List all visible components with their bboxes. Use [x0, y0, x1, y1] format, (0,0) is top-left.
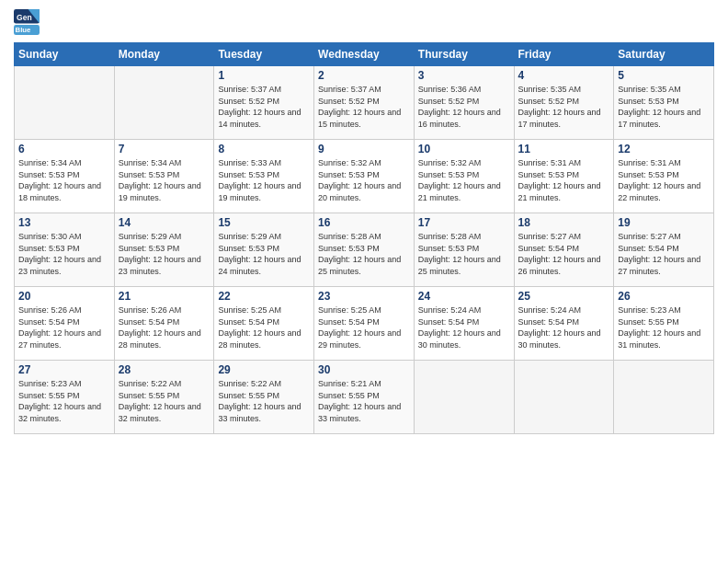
day-number: 25	[518, 290, 610, 303]
day-number: 27	[18, 363, 110, 376]
sunset-text: Sunset: 5:53 PM	[119, 169, 210, 181]
calendar-cell: 2Sunrise: 5:37 AMSunset: 5:52 PMDaylight…	[314, 66, 415, 140]
calendar-cell: 25Sunrise: 5:24 AMSunset: 5:54 PMDayligh…	[514, 287, 614, 361]
day-number: 14	[119, 216, 210, 229]
page-header: Gen Blue	[14, 9, 714, 35]
calendar-week-4: 20Sunrise: 5:26 AMSunset: 5:54 PMDayligh…	[15, 287, 714, 361]
day-number: 26	[618, 290, 710, 303]
day-number: 18	[518, 216, 610, 229]
daylight-text: Daylight: 12 hours and 28 minutes.	[218, 327, 310, 350]
day-info: Sunrise: 5:22 AMSunset: 5:55 PMDaylight:…	[119, 378, 210, 424]
calendar-cell	[514, 361, 614, 434]
sunrise-text: Sunrise: 5:36 AM	[418, 84, 510, 96]
calendar-cell: 14Sunrise: 5:29 AMSunset: 5:53 PMDayligh…	[114, 213, 214, 287]
sunrise-text: Sunrise: 5:25 AM	[318, 304, 410, 316]
daylight-text: Daylight: 12 hours and 15 minutes.	[318, 107, 410, 130]
day-info: Sunrise: 5:37 AMSunset: 5:52 PMDaylight:…	[318, 84, 410, 130]
calendar-cell: 7Sunrise: 5:34 AMSunset: 5:53 PMDaylight…	[114, 140, 214, 213]
sunrise-text: Sunrise: 5:22 AM	[119, 378, 210, 390]
calendar-table: SundayMondayTuesdayWednesdayThursdayFrid…	[14, 42, 714, 434]
day-number: 11	[518, 143, 610, 155]
daylight-text: Daylight: 12 hours and 25 minutes.	[418, 254, 510, 277]
day-info: Sunrise: 5:29 AMSunset: 5:53 PMDaylight:…	[119, 231, 210, 277]
sunset-text: Sunset: 5:52 PM	[218, 96, 310, 108]
sunset-text: Sunset: 5:53 PM	[618, 169, 710, 181]
sunrise-text: Sunrise: 5:30 AM	[18, 231, 110, 243]
sunrise-text: Sunrise: 5:24 AM	[418, 304, 510, 316]
sunrise-text: Sunrise: 5:23 AM	[618, 304, 710, 316]
day-info: Sunrise: 5:31 AMSunset: 5:53 PMDaylight:…	[618, 157, 710, 203]
day-info: Sunrise: 5:23 AMSunset: 5:55 PMDaylight:…	[618, 304, 710, 350]
calendar-cell	[414, 361, 514, 434]
calendar-cell: 27Sunrise: 5:23 AMSunset: 5:55 PMDayligh…	[15, 361, 115, 434]
day-info: Sunrise: 5:32 AMSunset: 5:53 PMDaylight:…	[318, 157, 410, 203]
calendar-cell: 3Sunrise: 5:36 AMSunset: 5:52 PMDaylight…	[414, 66, 514, 140]
daylight-text: Daylight: 12 hours and 26 minutes.	[518, 254, 610, 277]
calendar-header-row: SundayMondayTuesdayWednesdayThursdayFrid…	[15, 43, 714, 66]
day-info: Sunrise: 5:26 AMSunset: 5:54 PMDaylight:…	[18, 304, 110, 350]
day-info: Sunrise: 5:27 AMSunset: 5:54 PMDaylight:…	[518, 231, 610, 277]
sunrise-text: Sunrise: 5:29 AM	[119, 231, 210, 243]
day-number: 30	[318, 363, 410, 376]
sunrise-text: Sunrise: 5:31 AM	[618, 157, 710, 169]
sunrise-text: Sunrise: 5:37 AM	[218, 84, 310, 96]
day-number: 28	[119, 363, 210, 376]
day-number: 12	[618, 143, 710, 155]
day-number: 20	[18, 290, 110, 303]
sunset-text: Sunset: 5:52 PM	[418, 96, 510, 108]
sunset-text: Sunset: 5:54 PM	[618, 243, 710, 255]
header-monday: Monday	[114, 43, 214, 66]
day-number: 8	[218, 143, 310, 155]
daylight-text: Daylight: 12 hours and 23 minutes.	[18, 254, 110, 277]
day-info: Sunrise: 5:35 AMSunset: 5:52 PMDaylight:…	[518, 84, 610, 130]
sunset-text: Sunset: 5:54 PM	[318, 316, 410, 328]
day-number: 7	[119, 143, 210, 155]
day-number: 13	[18, 216, 110, 229]
daylight-text: Daylight: 12 hours and 21 minutes.	[418, 180, 510, 203]
header-saturday: Saturday	[614, 43, 714, 66]
sunrise-text: Sunrise: 5:24 AM	[518, 304, 610, 316]
sunrise-text: Sunrise: 5:34 AM	[18, 157, 110, 169]
sunset-text: Sunset: 5:53 PM	[218, 169, 310, 181]
day-info: Sunrise: 5:22 AMSunset: 5:55 PMDaylight:…	[218, 378, 310, 424]
calendar-cell: 17Sunrise: 5:28 AMSunset: 5:53 PMDayligh…	[414, 213, 514, 287]
sunset-text: Sunset: 5:55 PM	[618, 316, 710, 328]
day-number: 4	[518, 69, 610, 82]
daylight-text: Daylight: 12 hours and 24 minutes.	[218, 254, 310, 277]
day-number: 29	[218, 363, 310, 376]
sunset-text: Sunset: 5:53 PM	[518, 169, 610, 181]
day-info: Sunrise: 5:24 AMSunset: 5:54 PMDaylight:…	[518, 304, 610, 350]
daylight-text: Daylight: 12 hours and 21 minutes.	[518, 180, 610, 203]
daylight-text: Daylight: 12 hours and 32 minutes.	[18, 401, 110, 424]
sunset-text: Sunset: 5:53 PM	[18, 243, 110, 255]
calendar-cell: 22Sunrise: 5:25 AMSunset: 5:54 PMDayligh…	[214, 287, 314, 361]
day-number: 3	[418, 69, 510, 82]
calendar-cell: 15Sunrise: 5:29 AMSunset: 5:53 PMDayligh…	[214, 213, 314, 287]
sunset-text: Sunset: 5:53 PM	[418, 169, 510, 181]
calendar-cell: 18Sunrise: 5:27 AMSunset: 5:54 PMDayligh…	[514, 213, 614, 287]
calendar-cell: 24Sunrise: 5:24 AMSunset: 5:54 PMDayligh…	[414, 287, 514, 361]
sunrise-text: Sunrise: 5:35 AM	[518, 84, 610, 96]
daylight-text: Daylight: 12 hours and 29 minutes.	[318, 327, 410, 350]
sunset-text: Sunset: 5:54 PM	[518, 316, 610, 328]
calendar-page: Gen Blue SundayMondayTuesdayWednesdayThu…	[0, 0, 728, 563]
day-info: Sunrise: 5:24 AMSunset: 5:54 PMDaylight:…	[418, 304, 510, 350]
calendar-cell: 26Sunrise: 5:23 AMSunset: 5:55 PMDayligh…	[614, 287, 714, 361]
calendar-cell	[15, 66, 115, 140]
day-number: 1	[218, 69, 310, 82]
sunrise-text: Sunrise: 5:33 AM	[218, 157, 310, 169]
calendar-cell	[614, 361, 714, 434]
sunset-text: Sunset: 5:55 PM	[119, 390, 210, 402]
day-number: 5	[618, 69, 710, 82]
sunrise-text: Sunrise: 5:21 AM	[318, 378, 410, 390]
day-info: Sunrise: 5:35 AMSunset: 5:53 PMDaylight:…	[618, 84, 710, 130]
calendar-cell	[114, 66, 214, 140]
daylight-text: Daylight: 12 hours and 19 minutes.	[218, 180, 310, 203]
calendar-week-5: 27Sunrise: 5:23 AMSunset: 5:55 PMDayligh…	[15, 361, 714, 434]
sunrise-text: Sunrise: 5:27 AM	[518, 231, 610, 243]
calendar-week-3: 13Sunrise: 5:30 AMSunset: 5:53 PMDayligh…	[15, 213, 714, 287]
day-info: Sunrise: 5:37 AMSunset: 5:52 PMDaylight:…	[218, 84, 310, 130]
daylight-text: Daylight: 12 hours and 22 minutes.	[618, 180, 710, 203]
sunrise-text: Sunrise: 5:37 AM	[318, 84, 410, 96]
sunrise-text: Sunrise: 5:35 AM	[618, 84, 710, 96]
